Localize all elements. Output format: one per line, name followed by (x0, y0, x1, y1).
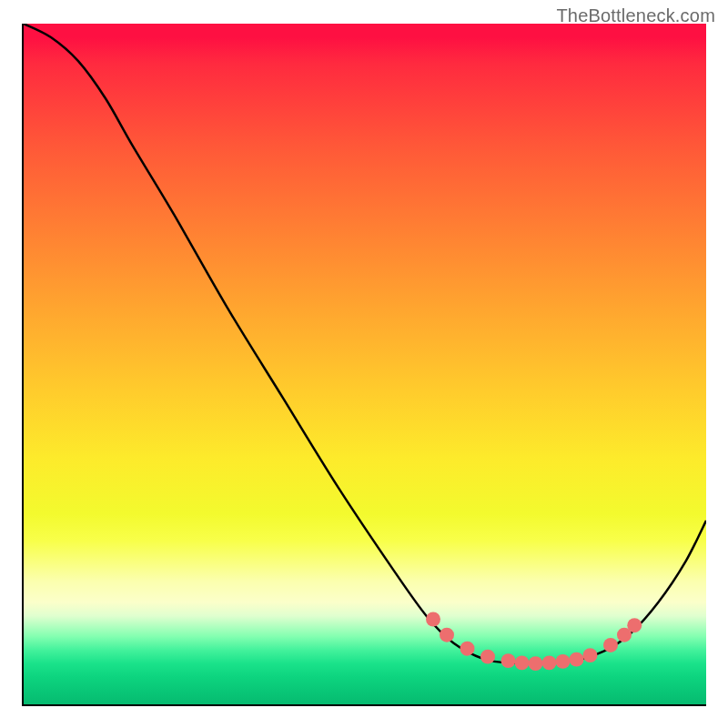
optimal-marker (529, 656, 543, 671)
optimal-marker (603, 638, 618, 652)
optimal-range-markers (24, 24, 706, 704)
optimal-marker (542, 655, 557, 670)
chart-plot-area (22, 24, 706, 706)
optimal-marker (556, 654, 571, 669)
optimal-marker (426, 612, 440, 627)
optimal-marker (627, 618, 642, 632)
optimal-marker (570, 652, 584, 667)
optimal-marker (460, 642, 475, 656)
optimal-marker (515, 655, 530, 670)
optimal-marker (440, 628, 454, 642)
optimal-marker (501, 653, 516, 668)
optimal-marker (583, 648, 598, 662)
optimal-marker (480, 650, 495, 664)
